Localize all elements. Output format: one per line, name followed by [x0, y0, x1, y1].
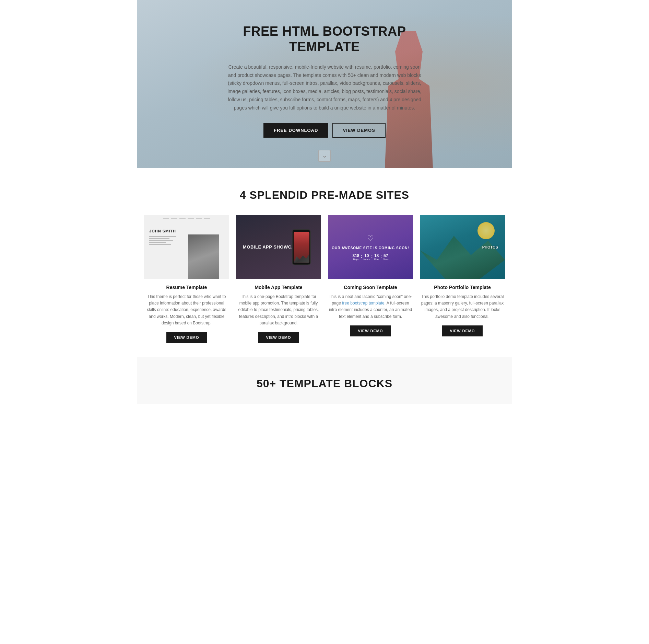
blocks-section: 50+ TEMPLATE BLOCKS	[137, 357, 512, 404]
resume-line	[149, 240, 173, 241]
resume-nav-dot	[163, 218, 169, 219]
card-mobile-desc: This is a one-page Bootstrap template fo…	[236, 294, 321, 326]
cs-link[interactable]: free bootstrap template	[342, 301, 384, 306]
resume-nav	[144, 218, 229, 219]
resume-lines	[149, 236, 176, 245]
card-coming-soon-desc: This is a neat and laconic "coming soon"…	[328, 294, 413, 320]
resume-line	[149, 236, 176, 237]
cs-counter-mins: 18 Mins	[374, 253, 379, 261]
card-mobile-title: Mobile App Template	[236, 285, 321, 290]
blocks-title: 50+ TEMPLATE BLOCKS	[144, 377, 505, 390]
portfolio-title-text: PHOTOS	[482, 245, 498, 249]
resume-nav-dot	[179, 218, 186, 219]
card-coming-soon-preview: ♡ OUR AWESOME SITE IS COMING SOON! 318 D…	[328, 215, 413, 279]
premade-title: 4 SPLENDID PRE-MADE SITES	[144, 189, 505, 202]
card-portfolio: PHOTOS Photo Portfolio Template This por…	[420, 215, 505, 343]
hero-title: FREE HTML BOOTSTRAP TEMPLATE	[225, 24, 424, 55]
hero-section: FREE HTML BOOTSTRAP TEMPLATE Create a be…	[137, 0, 512, 168]
portfolio-preview-bg: PHOTOS	[420, 215, 505, 279]
premade-section: 4 SPLENDID PRE-MADE SITES JOHN SMITH	[137, 168, 512, 357]
cs-mins-num: 18	[374, 253, 379, 258]
card-resume: JOHN SMITH Resume Template This theme is…	[144, 215, 229, 343]
portfolio-sun	[477, 222, 495, 239]
resume-preview-bg: JOHN SMITH	[144, 215, 229, 279]
mobile-phone-screen	[294, 232, 309, 263]
cs-mins-label: Mins	[374, 258, 379, 261]
view-demos-button[interactable]: VIEW DEMOS	[332, 123, 386, 138]
card-mobile: MOBILE APP SHOWCASE Mobile App Template …	[236, 215, 321, 343]
resume-nav-dot	[204, 218, 210, 219]
resume-line	[149, 238, 169, 239]
cs-hours-label: Hours	[364, 258, 370, 261]
card-portfolio-preview: PHOTOS	[420, 215, 505, 279]
resume-line	[149, 244, 171, 245]
coming-soon-preview-bg: ♡ OUR AWESOME SITE IS COMING SOON! 318 D…	[328, 215, 413, 279]
card-mobile-btn[interactable]: VIEW DEMO	[258, 332, 298, 343]
cs-counter-days: 318 Days	[352, 253, 359, 261]
cs-days-label: Days	[353, 258, 359, 261]
cs-counter: 318 Days : 10 Hours : 18 Mins	[352, 253, 388, 261]
cs-title-text: OUR AWESOME SITE IS COMING SOON!	[332, 246, 409, 251]
download-button[interactable]: FREE DOWNLOAD	[263, 123, 328, 138]
scroll-down-button[interactable]	[318, 150, 331, 162]
card-coming-soon-btn[interactable]: VIEW DEMO	[350, 325, 390, 336]
card-resume-preview: JOHN SMITH	[144, 215, 229, 279]
cs-hours-num: 10	[364, 253, 369, 258]
cs-sep1: :	[361, 253, 362, 261]
cs-heart-icon: ♡	[367, 234, 374, 243]
portfolio-plant	[420, 231, 505, 279]
card-portfolio-title: Photo Portfolio Template	[420, 285, 505, 290]
resume-photo	[188, 234, 219, 279]
cs-sep3: :	[380, 253, 382, 261]
cs-secs-num: 57	[384, 253, 388, 258]
cards-grid: JOHN SMITH Resume Template This theme is…	[144, 215, 505, 343]
card-resume-title: Resume Template	[144, 285, 229, 290]
resume-nav-dot	[188, 218, 194, 219]
resume-nav-dot	[171, 218, 177, 219]
card-coming-soon-title: Coming Soon Template	[328, 285, 413, 290]
cs-secs-label: Secs	[383, 258, 389, 261]
resume-line	[149, 242, 166, 243]
card-resume-btn[interactable]: VIEW DEMO	[166, 332, 206, 343]
resume-text-area: JOHN SMITH	[149, 229, 176, 246]
cs-counter-secs: 57 Secs	[383, 253, 389, 261]
card-portfolio-desc: This portfolio demo template includes se…	[420, 294, 505, 320]
resume-name: JOHN SMITH	[149, 229, 176, 233]
mobile-preview-bg: MOBILE APP SHOWCASE	[236, 215, 321, 279]
card-portfolio-btn[interactable]: VIEW DEMO	[442, 325, 482, 336]
cs-sep2: :	[371, 253, 373, 261]
card-resume-desc: This theme is perfect for those who want…	[144, 294, 229, 326]
hero-buttons: FREE DOWNLOAD VIEW DEMOS	[225, 123, 424, 138]
card-mobile-preview: MOBILE APP SHOWCASE	[236, 215, 321, 279]
mobile-phone-mockup	[292, 229, 311, 265]
cs-counter-hours: 10 Hours	[364, 253, 370, 261]
hero-description: Create a beautiful, responsive, mobile-f…	[225, 63, 424, 112]
hero-content: FREE HTML BOOTSTRAP TEMPLATE Create a be…	[225, 24, 424, 138]
resume-nav-dot	[196, 218, 202, 219]
cs-days-num: 318	[352, 253, 359, 258]
card-coming-soon: ♡ OUR AWESOME SITE IS COMING SOON! 318 D…	[328, 215, 413, 343]
